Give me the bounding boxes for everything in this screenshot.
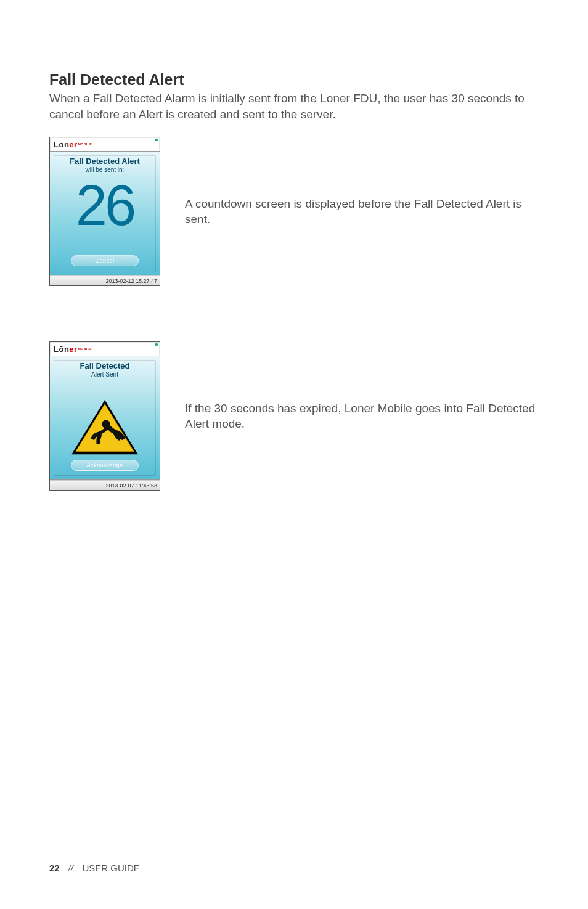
status-bar: 2013-02-12 15:27:47 bbox=[50, 275, 160, 285]
page-number: 22 bbox=[49, 863, 60, 873]
screenshot-2: LōnerMOBILE Fall Detected Alert Sent bbox=[49, 341, 160, 491]
screenshot-1: LōnerMOBILE Fall Detected Alert will be … bbox=[49, 137, 160, 286]
app-brand: LōnerMOBILE bbox=[50, 137, 160, 151]
fall-warning-sign-icon bbox=[68, 398, 141, 457]
screen-area: Fall Detected Alert will be sent in: 26 … bbox=[50, 151, 160, 275]
brand-sub: MOBILE bbox=[78, 142, 92, 146]
section-heading: Fall Detected Alert bbox=[49, 71, 539, 89]
phone-frame: LōnerMOBILE Fall Detected Alert will be … bbox=[49, 137, 160, 286]
screen-inner bbox=[54, 155, 156, 271]
cancel-button[interactable]: Cancel bbox=[71, 255, 139, 266]
brand-suffix: er bbox=[69, 344, 77, 354]
acknowledge-button[interactable]: Acknowledge bbox=[71, 460, 139, 471]
footer-label: USER GUIDE bbox=[82, 863, 139, 873]
status-bar: 2013-02-07 11:43:53 bbox=[50, 480, 160, 490]
brand-prefix: Lōn bbox=[54, 140, 69, 149]
example-block-2: LōnerMOBILE Fall Detected Alert Sent bbox=[49, 341, 539, 491]
footer-separator: // bbox=[68, 863, 73, 873]
page-footer: 22 // USER GUIDE bbox=[49, 863, 140, 873]
app-brand: LōnerMOBILE bbox=[50, 342, 160, 356]
page: Fall Detected Alert When a Fall Detected… bbox=[0, 0, 588, 909]
timestamp: 2013-02-12 15:27:47 bbox=[105, 278, 157, 284]
brand-prefix: Lōn bbox=[54, 344, 69, 354]
caption-1: A countdown screen is displayed before t… bbox=[185, 196, 539, 227]
screen-area: Fall Detected Alert Sent bbox=[50, 356, 160, 480]
example-block-1: LōnerMOBILE Fall Detected Alert will be … bbox=[49, 137, 539, 286]
caption-2: If the 30 seconds has expired, Loner Mob… bbox=[185, 401, 539, 432]
section-intro: When a Fall Detected Alarm is initially … bbox=[49, 91, 539, 122]
brand-suffix: er bbox=[69, 140, 77, 149]
phone-frame: LōnerMOBILE Fall Detected Alert Sent bbox=[49, 341, 160, 491]
timestamp: 2013-02-07 11:43:53 bbox=[105, 483, 157, 489]
brand-sub: MOBILE bbox=[78, 347, 92, 351]
